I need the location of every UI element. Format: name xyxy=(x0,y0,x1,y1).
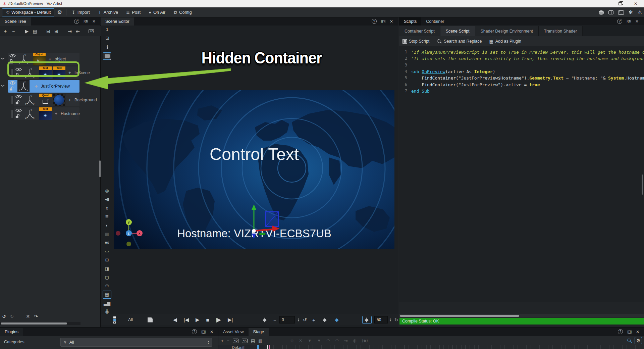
container-thumbnail[interactable]: ◣Object xyxy=(33,53,46,65)
filter-down-icon[interactable]: ▼ xyxy=(308,338,312,343)
expand-tree-icon[interactable]: ⊞ xyxy=(54,29,59,34)
add-property-icon[interactable]: + xyxy=(49,56,51,62)
curve-path-icon[interactable]: ↝ xyxy=(344,338,347,343)
viz-engine-icon[interactable]: ✻ xyxy=(629,9,633,15)
stop-script-button[interactable]: Stop Script xyxy=(402,39,429,44)
visibility-eye-icon[interactable] xyxy=(15,67,22,72)
add-property-icon[interactable]: + xyxy=(68,70,71,76)
remove-container-icon[interactable]: − xyxy=(11,29,16,34)
keyframe-save-icon[interactable] xyxy=(148,314,153,326)
tab-scene-script[interactable]: Scene Script xyxy=(440,26,475,36)
tab-container-script[interactable]: Container Script xyxy=(399,26,440,36)
lock-icon[interactable] xyxy=(9,86,13,92)
frame-spinner[interactable]: ▴▾ xyxy=(298,314,299,326)
stage-settings-button[interactable]: ⚙ xyxy=(635,337,642,344)
tab-stage[interactable]: Stage xyxy=(249,328,269,336)
scene-tree-hscrollbar[interactable] xyxy=(0,322,80,325)
help-icon[interactable]: ? xyxy=(192,329,197,334)
play-from-current-button[interactable]: |▶ xyxy=(216,317,221,323)
bounding-box-icon[interactable]: ▦ xyxy=(103,291,111,299)
note-icon[interactable]: ▤ xyxy=(32,29,38,34)
camera-icon[interactable]: ◎ xyxy=(103,187,111,195)
post-button[interactable]: ≣ Post xyxy=(122,7,145,17)
loop-icon[interactable]: ↺ xyxy=(303,314,307,326)
contrast-icon[interactable]: ◐ xyxy=(103,221,111,229)
container-label[interactable]: JustForPreview xyxy=(41,84,70,89)
search-replace-button[interactable]: Search and Replace xyxy=(437,39,482,44)
transform-icon[interactable]: ▩ xyxy=(103,230,111,238)
curve-loop-icon[interactable]: ◎ xyxy=(353,338,356,343)
keyframe-icon[interactable]: ◇ xyxy=(290,338,293,343)
tree-row-Background[interactable]: YZX↗Quad+Background xyxy=(0,94,101,106)
category-filter-dropdown[interactable]: ✳ All ▴▾ xyxy=(60,338,212,347)
diamond-icon[interactable]: ⟨◆⟩ xyxy=(362,338,368,343)
rect-icon[interactable]: ▢ xyxy=(103,273,111,281)
play-range-icon[interactable]: ▤ xyxy=(251,338,255,343)
go-to-end-button[interactable]: ▶| xyxy=(228,317,233,323)
lock-icon[interactable] xyxy=(9,59,13,65)
graphic-hub-icon[interactable] xyxy=(599,10,604,15)
playhead-marker[interactable] xyxy=(267,345,268,349)
close-icon[interactable]: ✕ xyxy=(635,19,639,24)
go-to-start-button[interactable]: |◀ xyxy=(184,317,189,323)
lock-icon[interactable] xyxy=(15,114,19,119)
collapse-tree-icon[interactable]: ⊟ xyxy=(46,29,51,34)
increment-button[interactable]: + xyxy=(312,314,315,326)
merge-container-icon[interactable]: ⇥ xyxy=(67,29,72,34)
code-vscrollbar[interactable] xyxy=(642,174,643,195)
container-label[interactable]: Hostname xyxy=(61,111,80,116)
add-icon[interactable]: + xyxy=(221,338,224,343)
tree-row-InScene[interactable]: YZX✦Text✦Text+InScene xyxy=(0,66,101,79)
archive-button[interactable]: ⊤ Archive xyxy=(94,7,122,17)
camera-select-icon[interactable] xyxy=(103,52,111,60)
console-icon[interactable]: >_ xyxy=(618,10,624,15)
run-animation-icon[interactable]: ▶ xyxy=(24,29,30,34)
close-icon[interactable]: ✕ xyxy=(92,19,96,24)
keyframe-current-icon[interactable] xyxy=(334,314,339,326)
visibility-eye-icon[interactable] xyxy=(15,108,22,113)
tab-shader-design-environment[interactable]: Shader Design Environment xyxy=(475,26,539,36)
container-thumbnail[interactable]: ✦Text xyxy=(39,66,52,79)
visibility-eye-icon[interactable] xyxy=(9,81,16,86)
tab-scripts[interactable]: Scripts xyxy=(399,17,421,26)
visibility-eye-icon[interactable] xyxy=(9,54,16,59)
workspace-settings-button[interactable]: ⚙ xyxy=(54,7,64,17)
filter-x-icon[interactable]: ▼ xyxy=(317,338,321,343)
config-button[interactable]: ✿ Config xyxy=(169,7,196,17)
clip-icon[interactable]: ▥ xyxy=(258,338,262,343)
timeline-ruler[interactable] xyxy=(265,345,644,349)
restore-button[interactable] xyxy=(614,0,626,7)
delete-keyframe-icon[interactable]: ✕ xyxy=(299,338,302,343)
tree-row-object[interactable]: ❯YZX◣Object+object xyxy=(0,53,101,65)
container-thumbnail[interactable]: ↗Quad xyxy=(39,94,52,106)
tab-container[interactable]: Container xyxy=(421,17,449,26)
tab-plugins[interactable]: Plugins xyxy=(0,328,23,336)
curve-point-icon[interactable]: ◠ xyxy=(326,338,330,343)
add-property-icon[interactable]: + xyxy=(55,111,57,116)
help-icon[interactable]: ? xyxy=(74,19,79,24)
lock-icon[interactable] xyxy=(15,100,19,106)
layer-manager-icon[interactable]: ⊡ xyxy=(103,34,111,42)
maximize-icon[interactable]: ◱◳ xyxy=(201,330,206,334)
maximize-icon[interactable]: ◱◳ xyxy=(84,19,88,23)
help-icon[interactable]: ? xyxy=(372,19,377,24)
maximize-icon[interactable]: ◱◳ xyxy=(381,19,385,23)
add-property-icon[interactable]: + xyxy=(35,84,38,89)
close-icon[interactable]: ✕ xyxy=(210,330,213,334)
import-button[interactable]: ↧ Import xyxy=(68,7,94,17)
help-icon[interactable]: ? xyxy=(617,19,622,24)
lock-icon[interactable] xyxy=(15,73,19,79)
curve-smooth-icon[interactable]: ◠ xyxy=(335,338,339,343)
warning-icon[interactable]: ⚠ xyxy=(638,9,642,15)
side-view-icon[interactable]: ◨ xyxy=(103,264,111,272)
tab-asset-view[interactable]: Asset View xyxy=(218,328,249,336)
info-icon[interactable]: ℹ xyxy=(103,43,111,51)
speed-loop-icon[interactable]: ↻ xyxy=(394,314,398,326)
time-marker[interactable] xyxy=(269,345,270,349)
undo-icon[interactable]: ↺ xyxy=(2,314,6,319)
close-icon[interactable]: ✕ xyxy=(390,19,393,24)
container-thumbnail[interactable] xyxy=(53,94,65,106)
container-label[interactable]: Background xyxy=(74,98,97,102)
add-director-icon[interactable]: +D xyxy=(233,339,238,343)
tree-row-Hostname[interactable]: YZX✦Text+Hostname xyxy=(0,107,101,120)
